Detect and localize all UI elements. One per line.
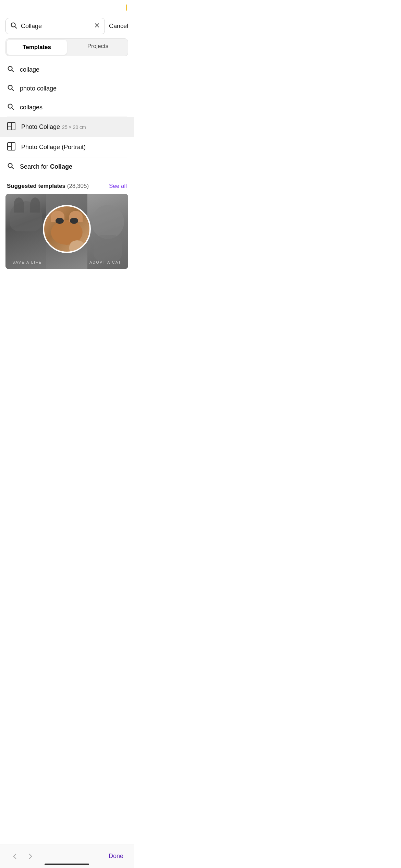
suggestion-text-photo-collage: photo collage <box>20 85 57 92</box>
search-icon <box>7 84 14 93</box>
suggestion-text-collage: collage <box>20 66 39 73</box>
suggestion-item-photo-collage-template[interactable]: Photo Collage25 × 20 cm <box>0 117 134 137</box>
status-bar <box>0 0 134 15</box>
search-icon <box>10 22 17 31</box>
suggestion-item-photo-collage-portrait[interactable]: Photo Collage (Portrait) <box>0 137 134 157</box>
collage-text-left: SAVE A LIFE <box>12 260 42 264</box>
svg-line-1 <box>15 26 16 28</box>
search-box[interactable]: Collage <box>5 18 105 34</box>
search-icon <box>7 103 14 112</box>
see-all-button[interactable]: See all <box>109 183 127 190</box>
search-icon <box>7 65 14 74</box>
suggestion-text-search-for-collage: Search for Collage <box>20 163 72 170</box>
collage-text-right: ADOPT A CAT <box>89 260 121 264</box>
svg-line-7 <box>12 89 13 91</box>
template-collage-image: SAVE A LIFE ADOPT A CAT <box>5 194 128 269</box>
search-bar-row: Collage Cancel <box>0 15 134 38</box>
collage-grid-icon <box>7 122 16 132</box>
suggestion-text-collages: collages <box>20 104 42 111</box>
suggestion-list: collage photo collage collages <box>0 60 134 176</box>
suggestion-text-photo-collage-portrait: Photo Collage (Portrait) <box>21 144 86 151</box>
suggestion-item-photo-collage[interactable]: photo collage <box>0 79 134 98</box>
suggested-templates-header: Suggested templates (28,305) See all <box>0 176 134 194</box>
svg-line-17 <box>12 167 13 169</box>
search-input-value[interactable]: Collage <box>21 23 90 30</box>
clear-icon[interactable] <box>94 22 100 30</box>
section-title: Suggested templates (28,305) <box>7 183 89 190</box>
suggestion-text-photo-collage-template: Photo Collage25 × 20 cm <box>21 123 86 131</box>
svg-line-5 <box>12 70 13 72</box>
suggestion-item-search-for-collage[interactable]: Search for Collage <box>0 157 134 176</box>
collage-text-overlay: SAVE A LIFE ADOPT A CAT <box>5 255 128 269</box>
search-icon <box>7 162 14 171</box>
template-card[interactable]: SAVE A LIFE ADOPT A CAT <box>5 194 128 269</box>
collage-grid-icon <box>7 142 16 152</box>
tab-projects[interactable]: Projects <box>68 39 128 56</box>
tabs-row: Templates Projects <box>5 38 128 56</box>
section-count: (28,305) <box>67 183 89 189</box>
status-indicator <box>126 4 127 11</box>
svg-line-9 <box>12 108 13 109</box>
cancel-button[interactable]: Cancel <box>109 21 128 31</box>
suggestion-subtext: 25 × 20 cm <box>62 124 86 130</box>
suggestion-item-collage[interactable]: collage <box>0 60 134 79</box>
tab-templates[interactable]: Templates <box>7 40 67 55</box>
suggestion-item-collages[interactable]: collages <box>0 98 134 117</box>
